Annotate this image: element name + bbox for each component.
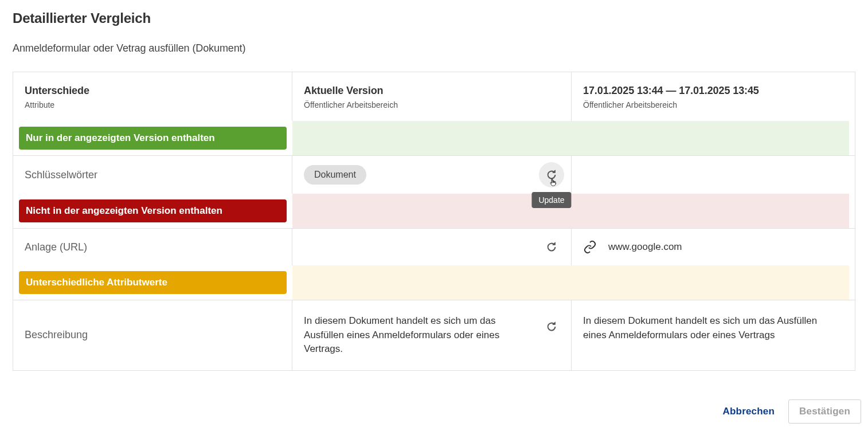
cancel-button[interactable]: Abbrechen — [719, 400, 778, 423]
row-url: Anlage (URL) www.google.com — [13, 228, 855, 265]
tooltip-update: Update — [531, 192, 571, 208]
banner-not-in-shown: Nicht in der angezeigten Version enthalt… — [13, 194, 855, 228]
confirm-button[interactable]: Bestätigen — [788, 399, 861, 424]
page-title: Detaillierter Vergleich — [13, 10, 855, 26]
col-differences-sub: Attribute — [25, 100, 280, 109]
banner-different-values-label: Unterschiedliche Attributwerte — [19, 271, 287, 294]
label-description: Beschreibung — [25, 329, 88, 341]
label-url: Anlage (URL) — [25, 241, 87, 253]
update-button-description[interactable] — [539, 314, 564, 339]
col-current-title: Aktuelle Version — [304, 85, 560, 97]
description-compared: In diesem Dokument handelt es sich um da… — [583, 314, 835, 342]
banner-different-values: Unterschiedliche Attributwerte — [13, 265, 855, 300]
comparison-table: Unterschiede Attribute Aktuelle Version … — [13, 72, 855, 371]
col-compared-title: 17.01.2025 13:44 — 17.01.2025 13:45 — [583, 85, 843, 97]
banner-not-in-shown-label: Nicht in der angezeigten Version enthalt… — [19, 199, 287, 222]
page-subtitle: Anmeldeformular oder Vetrag ausfüllen (D… — [13, 42, 855, 54]
url-value[interactable]: www.google.com — [608, 241, 682, 253]
refresh-icon — [545, 169, 558, 181]
label-keywords: Schlüsselwörter — [25, 169, 97, 181]
refresh-icon — [545, 320, 558, 333]
chip-document: Dokument — [304, 165, 366, 185]
row-description: Beschreibung In diesem Dokument handelt … — [13, 300, 855, 370]
banner-only-in-shown: Nur in der angezeigten Version enthalten — [13, 121, 855, 155]
banner-only-in-shown-label: Nur in der angezeigten Version enthalten — [19, 127, 287, 150]
col-differences-title: Unterschiede — [25, 85, 280, 97]
update-button-url[interactable] — [539, 234, 564, 260]
link-icon — [583, 240, 597, 254]
dialog-footer: Abbrechen Bestätigen — [0, 371, 868, 429]
col-compared-sub: Öffentlicher Arbeitsbereich — [583, 100, 843, 109]
table-header-row: Unterschiede Attribute Aktuelle Version … — [13, 72, 855, 121]
description-current: In diesem Dokument handelt es sich um da… — [304, 314, 522, 356]
row-keywords: Schlüsselwörter Dokument — [13, 155, 855, 194]
col-current-sub: Öffentlicher Arbeitsbereich — [304, 100, 560, 109]
update-button-keywords[interactable] — [539, 162, 564, 187]
refresh-icon — [545, 241, 558, 253]
